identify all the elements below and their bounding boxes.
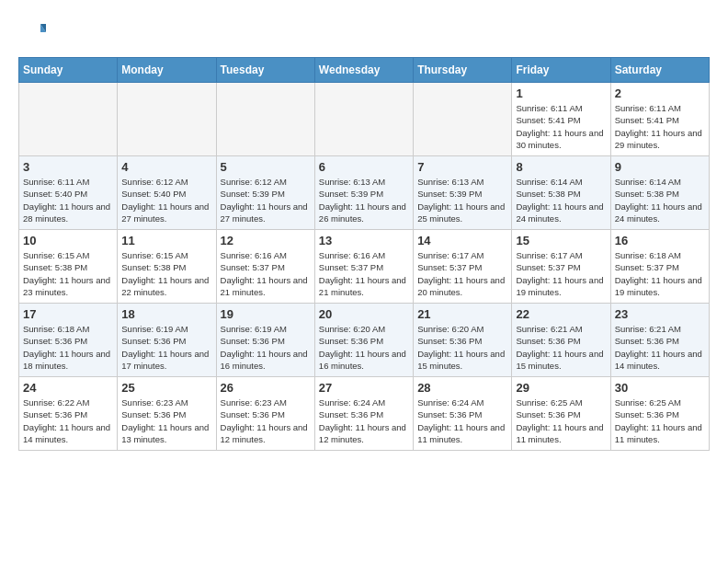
day-number: 19 [221,307,311,321]
weekday-header: Thursday [414,58,512,83]
calendar-cell [314,83,413,156]
day-number: 2 [615,86,705,100]
weekday-header: Saturday [610,58,709,83]
day-number: 5 [221,160,311,174]
calendar-cell: 11Sunrise: 6:15 AM Sunset: 5:38 PM Dayli… [118,230,216,304]
day-info: Sunrise: 6:24 AM Sunset: 5:36 PM Dayligh… [319,396,409,445]
day-number: 17 [23,307,113,321]
weekday-header: Sunday [19,58,118,83]
day-info: Sunrise: 6:14 AM Sunset: 5:38 PM Dayligh… [615,176,705,224]
calendar-cell [414,83,512,156]
day-info: Sunrise: 6:16 AM Sunset: 5:37 PM Dayligh… [319,249,409,298]
calendar-cell: 15Sunrise: 6:17 AM Sunset: 5:37 PM Dayli… [512,230,610,304]
day-info: Sunrise: 6:12 AM Sunset: 5:40 PM Dayligh… [121,176,211,224]
day-info: Sunrise: 6:13 AM Sunset: 5:39 PM Dayligh… [319,176,409,224]
calendar-cell: 8Sunrise: 6:14 AM Sunset: 5:38 PM Daylig… [512,156,610,230]
calendar-cell: 19Sunrise: 6:19 AM Sunset: 5:36 PM Dayli… [216,304,314,377]
day-number: 9 [615,160,705,174]
day-number: 29 [516,381,606,395]
header [18,18,710,46]
day-info: Sunrise: 6:24 AM Sunset: 5:36 PM Dayligh… [417,396,507,445]
day-number: 7 [417,160,507,174]
calendar-cell: 18Sunrise: 6:19 AM Sunset: 5:36 PM Dayli… [118,304,216,377]
calendar-cell: 22Sunrise: 6:21 AM Sunset: 5:36 PM Dayli… [512,304,610,377]
day-info: Sunrise: 6:15 AM Sunset: 5:38 PM Dayligh… [121,249,211,298]
calendar-cell: 16Sunrise: 6:18 AM Sunset: 5:37 PM Dayli… [610,230,709,304]
day-number: 25 [121,381,211,395]
day-number: 27 [319,381,409,395]
calendar-cell: 3Sunrise: 6:11 AM Sunset: 5:40 PM Daylig… [19,156,118,230]
calendar-cell: 17Sunrise: 6:18 AM Sunset: 5:36 PM Dayli… [19,304,118,377]
day-number: 18 [121,307,211,321]
calendar-cell: 7Sunrise: 6:13 AM Sunset: 5:39 PM Daylig… [414,156,512,230]
calendar-cell: 1Sunrise: 6:11 AM Sunset: 5:41 PM Daylig… [512,83,610,156]
calendar-cell: 12Sunrise: 6:16 AM Sunset: 5:37 PM Dayli… [216,230,314,304]
weekday-header: Monday [118,58,216,83]
day-number: 13 [319,234,409,247]
day-number: 28 [417,381,507,395]
day-number: 11 [121,234,211,247]
weekday-header: Tuesday [216,58,314,83]
calendar-cell: 6Sunrise: 6:13 AM Sunset: 5:39 PM Daylig… [314,156,413,230]
day-number: 14 [417,234,507,247]
day-number: 26 [221,381,311,395]
day-info: Sunrise: 6:20 AM Sunset: 5:36 PM Dayligh… [417,323,507,372]
day-info: Sunrise: 6:14 AM Sunset: 5:38 PM Dayligh… [516,176,606,224]
day-info: Sunrise: 6:17 AM Sunset: 5:37 PM Dayligh… [516,249,606,298]
page: SundayMondayTuesdayWednesdayThursdayFrid… [0,0,728,469]
day-info: Sunrise: 6:11 AM Sunset: 5:41 PM Dayligh… [615,102,705,151]
day-info: Sunrise: 6:17 AM Sunset: 5:37 PM Dayligh… [417,249,507,298]
day-info: Sunrise: 6:13 AM Sunset: 5:39 PM Dayligh… [417,176,507,224]
logo [18,18,50,46]
day-info: Sunrise: 6:11 AM Sunset: 5:41 PM Dayligh… [516,102,606,151]
day-number: 4 [121,160,211,174]
calendar-cell: 10Sunrise: 6:15 AM Sunset: 5:38 PM Dayli… [19,230,118,304]
day-number: 1 [516,86,606,100]
day-info: Sunrise: 6:25 AM Sunset: 5:36 PM Dayligh… [615,396,705,445]
calendar-cell: 2Sunrise: 6:11 AM Sunset: 5:41 PM Daylig… [610,83,709,156]
day-number: 6 [319,160,409,174]
day-number: 15 [516,234,606,247]
calendar-cell: 24Sunrise: 6:22 AM Sunset: 5:36 PM Dayli… [19,377,118,451]
calendar-cell: 25Sunrise: 6:23 AM Sunset: 5:36 PM Dayli… [118,377,216,451]
day-number: 30 [615,381,705,395]
day-number: 22 [516,307,606,321]
weekday-header: Friday [512,58,610,83]
calendar-cell: 21Sunrise: 6:20 AM Sunset: 5:36 PM Dayli… [414,304,512,377]
day-info: Sunrise: 6:20 AM Sunset: 5:36 PM Dayligh… [319,323,409,372]
day-number: 3 [23,160,113,174]
calendar-cell: 13Sunrise: 6:16 AM Sunset: 5:37 PM Dayli… [314,230,413,304]
calendar-cell [118,83,216,156]
calendar-table: SundayMondayTuesdayWednesdayThursdayFrid… [18,57,710,451]
day-info: Sunrise: 6:19 AM Sunset: 5:36 PM Dayligh… [221,323,311,372]
day-info: Sunrise: 6:18 AM Sunset: 5:37 PM Dayligh… [615,249,705,298]
day-info: Sunrise: 6:22 AM Sunset: 5:36 PM Dayligh… [23,396,113,445]
day-number: 20 [319,307,409,321]
weekday-header: Wednesday [314,58,413,83]
calendar-cell: 26Sunrise: 6:23 AM Sunset: 5:36 PM Dayli… [216,377,314,451]
day-number: 24 [23,381,113,395]
day-info: Sunrise: 6:23 AM Sunset: 5:36 PM Dayligh… [121,396,211,445]
logo-icon [18,18,46,46]
calendar-cell: 5Sunrise: 6:12 AM Sunset: 5:39 PM Daylig… [216,156,314,230]
day-info: Sunrise: 6:23 AM Sunset: 5:36 PM Dayligh… [221,396,311,445]
day-info: Sunrise: 6:21 AM Sunset: 5:36 PM Dayligh… [615,323,705,372]
day-number: 10 [23,234,113,247]
day-number: 16 [615,234,705,247]
day-number: 21 [417,307,507,321]
calendar-cell [19,83,118,156]
calendar-cell: 27Sunrise: 6:24 AM Sunset: 5:36 PM Dayli… [314,377,413,451]
day-info: Sunrise: 6:25 AM Sunset: 5:36 PM Dayligh… [516,396,606,445]
calendar-cell: 28Sunrise: 6:24 AM Sunset: 5:36 PM Dayli… [414,377,512,451]
day-number: 23 [615,307,705,321]
calendar-cell: 30Sunrise: 6:25 AM Sunset: 5:36 PM Dayli… [610,377,709,451]
day-info: Sunrise: 6:15 AM Sunset: 5:38 PM Dayligh… [23,249,113,298]
calendar-cell: 20Sunrise: 6:20 AM Sunset: 5:36 PM Dayli… [314,304,413,377]
calendar-cell: 23Sunrise: 6:21 AM Sunset: 5:36 PM Dayli… [610,304,709,377]
calendar-cell [216,83,314,156]
calendar-cell: 29Sunrise: 6:25 AM Sunset: 5:36 PM Dayli… [512,377,610,451]
day-info: Sunrise: 6:11 AM Sunset: 5:40 PM Dayligh… [23,176,113,224]
calendar-cell: 4Sunrise: 6:12 AM Sunset: 5:40 PM Daylig… [118,156,216,230]
day-number: 12 [221,234,311,247]
day-info: Sunrise: 6:16 AM Sunset: 5:37 PM Dayligh… [221,249,311,298]
